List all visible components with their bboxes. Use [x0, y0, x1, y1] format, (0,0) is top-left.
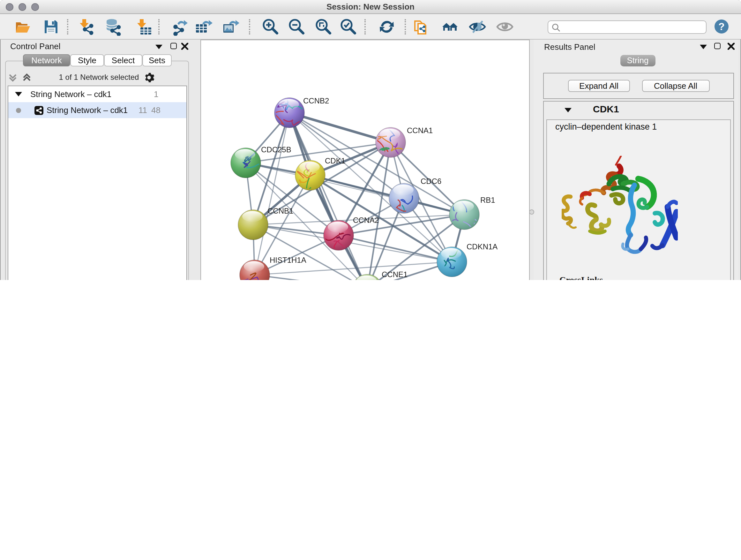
svg-text:CDC25B: CDC25B [261, 145, 291, 154]
svg-text:CDC6: CDC6 [421, 177, 441, 186]
svg-text:CCNB1: CCNB1 [267, 206, 293, 215]
svg-text:CDK1: CDK1 [325, 157, 345, 165]
svg-text:HIST1H1A: HIST1H1A [270, 256, 307, 264]
svg-text:CCNE1: CCNE1 [382, 270, 408, 279]
svg-text:CDKN1A: CDKN1A [467, 242, 497, 251]
svg-text:?: ? [718, 21, 725, 32]
svg-text:CCNA2: CCNA2 [353, 216, 379, 225]
svg-text:CCNA1: CCNA1 [407, 126, 433, 135]
svg-text:RB1: RB1 [480, 196, 495, 204]
svg-text:CCNB2: CCNB2 [303, 97, 329, 105]
